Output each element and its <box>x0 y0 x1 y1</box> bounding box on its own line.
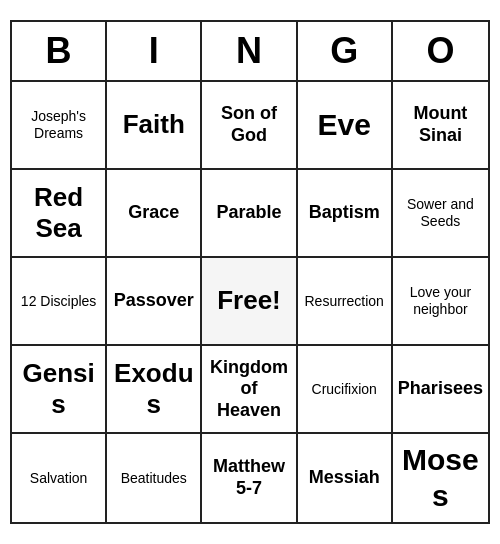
cell-text: Salvation <box>30 470 88 487</box>
cell-text: Moses <box>397 442 484 514</box>
bingo-header: BINGO <box>12 22 488 82</box>
bingo-cell: 12 Disciples <box>12 258 107 346</box>
bingo-cell: Faith <box>107 82 202 170</box>
cell-text: Love your neighbor <box>397 284 484 318</box>
cell-text: Eve <box>318 107 371 143</box>
cell-text: Exodus <box>111 358 196 420</box>
bingo-card: BINGO Joseph's DreamsFaithSon of GodEveM… <box>10 20 490 524</box>
bingo-cell: Gensis <box>12 346 107 434</box>
bingo-cell: Red Sea <box>12 170 107 258</box>
bingo-cell: Mount Sinai <box>393 82 488 170</box>
bingo-cell: Exodus <box>107 346 202 434</box>
cell-text: Grace <box>128 202 179 224</box>
header-letter: I <box>107 22 202 80</box>
bingo-cell: Resurrection <box>298 258 393 346</box>
cell-text: Beatitudes <box>121 470 187 487</box>
bingo-cell: Matthew 5-7 <box>202 434 297 522</box>
bingo-cell: Messiah <box>298 434 393 522</box>
bingo-cell: Beatitudes <box>107 434 202 522</box>
header-letter: N <box>202 22 297 80</box>
bingo-cell: Eve <box>298 82 393 170</box>
cell-text: Faith <box>123 109 185 140</box>
cell-text: Parable <box>216 202 281 224</box>
cell-text: Crucifixion <box>312 381 377 398</box>
cell-text: Pharisees <box>398 378 483 400</box>
cell-text: Son of God <box>206 103 291 146</box>
bingo-cell: Son of God <box>202 82 297 170</box>
bingo-cell: Free! <box>202 258 297 346</box>
bingo-cell: Love your neighbor <box>393 258 488 346</box>
cell-text: Free! <box>217 285 281 316</box>
bingo-cell: Salvation <box>12 434 107 522</box>
bingo-cell: Joseph's Dreams <box>12 82 107 170</box>
cell-text: Baptism <box>309 202 380 224</box>
cell-text: 12 Disciples <box>21 293 96 310</box>
bingo-cell: Passover <box>107 258 202 346</box>
bingo-cell: Moses <box>393 434 488 522</box>
bingo-cell: Pharisees <box>393 346 488 434</box>
cell-text: Matthew 5-7 <box>206 456 291 499</box>
cell-text: Mount Sinai <box>397 103 484 146</box>
cell-text: Passover <box>114 290 194 312</box>
cell-text: Resurrection <box>305 293 384 310</box>
bingo-grid: Joseph's DreamsFaithSon of GodEveMount S… <box>12 82 488 522</box>
cell-text: Gensis <box>16 358 101 420</box>
header-letter: O <box>393 22 488 80</box>
bingo-cell: Sower and Seeds <box>393 170 488 258</box>
header-letter: G <box>298 22 393 80</box>
cell-text: Kingdom of Heaven <box>206 357 291 422</box>
header-letter: B <box>12 22 107 80</box>
cell-text: Messiah <box>309 467 380 489</box>
bingo-cell: Baptism <box>298 170 393 258</box>
cell-text: Joseph's Dreams <box>16 108 101 142</box>
bingo-cell: Kingdom of Heaven <box>202 346 297 434</box>
bingo-cell: Crucifixion <box>298 346 393 434</box>
bingo-cell: Parable <box>202 170 297 258</box>
cell-text: Sower and Seeds <box>397 196 484 230</box>
cell-text: Red Sea <box>16 182 101 244</box>
bingo-cell: Grace <box>107 170 202 258</box>
